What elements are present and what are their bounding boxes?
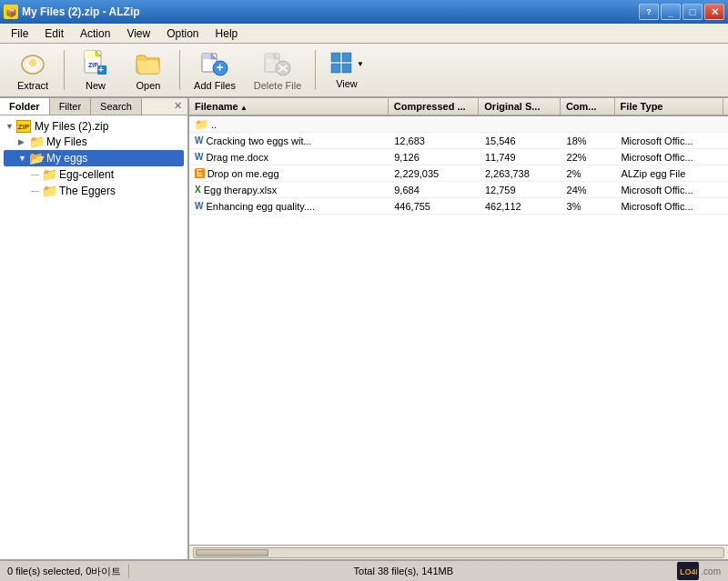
word-icon-1: W bbox=[195, 135, 203, 145]
file-cell-3-name: E Drop on me.egg bbox=[189, 167, 389, 180]
expand-icon[interactable]: ▼ bbox=[5, 122, 15, 131]
titlebar: 📦 My Files (2).zip - ALZip ? _ □ ✕ bbox=[0, 0, 728, 24]
file-cell-2-ratio: 22% bbox=[561, 151, 616, 164]
delete-file-button[interactable]: Delete File bbox=[246, 46, 309, 94]
col-header-original[interactable]: Original S... bbox=[479, 98, 561, 115]
col-header-filename[interactable]: Filename bbox=[189, 98, 389, 115]
file-cell-5-mod: 2010-03-10 PM 13:3 bbox=[724, 200, 728, 213]
tab-filter[interactable]: Filter bbox=[50, 98, 91, 115]
file-row-5[interactable]: W Enhancing egg quality.... 446,755 462,… bbox=[189, 198, 728, 215]
file-cell-1-type: Microsoft Offic... bbox=[615, 135, 724, 147]
file-list-body[interactable]: 📁 .. W Cracking two eggs wit... 12,683 1… bbox=[189, 116, 728, 545]
scrollbar-thumb[interactable] bbox=[196, 549, 268, 556]
open-button[interactable]: Open bbox=[123, 46, 174, 94]
view-dropdown-arrow: ▼ bbox=[357, 60, 364, 68]
menu-view[interactable]: View bbox=[119, 25, 157, 42]
titlebar-left: 📦 My Files (2).zip - ALZip bbox=[4, 5, 140, 19]
menu-edit[interactable]: Edit bbox=[37, 25, 71, 42]
toolbar-separator-3 bbox=[315, 50, 316, 90]
expand-icon-eggcellent[interactable]: — bbox=[31, 170, 40, 179]
tab-folder[interactable]: Folder bbox=[0, 98, 50, 115]
statusbar: 0 file(s) selected, 0바이트 Total 38 file(s… bbox=[0, 559, 728, 581]
add-files-icon: + bbox=[200, 49, 229, 78]
help-btn[interactable]: ? bbox=[639, 4, 659, 20]
tab-search[interactable]: Search bbox=[91, 98, 142, 115]
menu-option[interactable]: Option bbox=[159, 25, 206, 42]
open-label: Open bbox=[136, 80, 161, 91]
menu-help[interactable]: Help bbox=[208, 25, 246, 42]
toolbar-separator-2 bbox=[179, 50, 180, 90]
left-panel: Folder Filter Search ✕ ▼ ZIP My Files (2… bbox=[0, 98, 189, 559]
file-cell-4-orig: 12,759 bbox=[480, 184, 561, 196]
view-icon bbox=[329, 51, 355, 76]
file-cell-3-mod: 2010-04-06 PM 13:1 bbox=[724, 167, 728, 180]
tree-item-zip[interactable]: ▼ ZIP My Files (2).zip bbox=[4, 119, 184, 134]
expand-icon-eggers[interactable]: — bbox=[31, 186, 40, 195]
window-title: My Files (2).zip - ALZip bbox=[22, 5, 140, 18]
tree-item-eggers[interactable]: — 📁 The Eggers bbox=[4, 183, 184, 199]
col-header-ratio[interactable]: Com... bbox=[561, 98, 615, 115]
svg-rect-9 bbox=[202, 54, 211, 59]
file-row-1[interactable]: W Cracking two eggs wit... 12,683 15,546… bbox=[189, 133, 728, 149]
horizontal-scrollbar[interactable] bbox=[189, 545, 728, 559]
file-cell-1-name: W Cracking two eggs wit... bbox=[189, 135, 389, 147]
file-cell-5-name: W Enhancing egg quality.... bbox=[189, 200, 389, 213]
open-icon bbox=[134, 49, 163, 78]
file-cell-parent-comp bbox=[389, 124, 480, 125]
col-header-compressed[interactable]: Compressed ... bbox=[389, 98, 480, 115]
tree-label-eggcellent: Egg-cellent bbox=[59, 168, 114, 181]
svg-rect-17 bbox=[331, 53, 340, 62]
file-cell-3-type: ALZip egg File bbox=[615, 167, 724, 180]
file-cell-2-name: W Drag me.docx bbox=[189, 151, 389, 164]
menu-action[interactable]: Action bbox=[73, 25, 117, 42]
file-cell-5-ratio: 3% bbox=[561, 200, 616, 213]
close-btn[interactable]: ✕ bbox=[704, 4, 724, 20]
toolbar: Extract ZIP + New Open bbox=[0, 44, 728, 98]
parent-dir-icon: 📁 bbox=[195, 118, 208, 131]
view-button[interactable]: ▼ View bbox=[321, 46, 372, 94]
file-cell-3-comp: 2,229,035 bbox=[389, 167, 480, 180]
file-row-2[interactable]: W Drag me.docx 9,126 11,749 22% Microsof… bbox=[189, 149, 728, 165]
file-row-3[interactable]: E Drop on me.egg 2,229,035 2,263,738 2% … bbox=[189, 165, 728, 182]
window-controls[interactable]: ? _ □ ✕ bbox=[639, 4, 724, 20]
file-cell-parent-type bbox=[615, 124, 724, 125]
delete-file-icon bbox=[263, 49, 292, 78]
tree-item-eggcellent[interactable]: — 📁 Egg-cellent bbox=[4, 166, 184, 183]
panel-close-btn[interactable]: ✕ bbox=[168, 98, 187, 115]
col-header-modified[interactable]: Modified Date bbox=[723, 98, 728, 115]
word-icon-2: W bbox=[195, 152, 203, 162]
extract-icon bbox=[18, 49, 47, 78]
add-files-button[interactable]: + Add Files bbox=[186, 46, 244, 94]
folder-icon-eggers: 📁 bbox=[42, 184, 57, 198]
scrollbar-track[interactable] bbox=[193, 547, 724, 558]
expand-icon-myfiles[interactable]: ▶ bbox=[18, 137, 27, 146]
file-cell-4-name: X Egg therapy.xlsx bbox=[189, 184, 389, 196]
file-list-header: Filename Compressed ... Original S... Co… bbox=[189, 98, 728, 116]
panel-tabs: Folder Filter Search ✕ bbox=[0, 98, 187, 115]
main-area: Folder Filter Search ✕ ▼ ZIP My Files (2… bbox=[0, 98, 728, 559]
svg-rect-18 bbox=[342, 53, 351, 62]
menu-file[interactable]: File bbox=[4, 25, 35, 42]
status-selected: 0 file(s) selected, 0바이트 bbox=[7, 565, 129, 578]
folder-icon-myfiles: 📁 bbox=[29, 135, 45, 149]
file-cell-2-comp: 9,126 bbox=[389, 151, 480, 164]
file-cell-parent-ratio bbox=[561, 124, 616, 125]
svg-rect-20 bbox=[342, 64, 351, 73]
tree-item-myeggs[interactable]: ▼ 📂 My eggs bbox=[4, 150, 184, 166]
folder-icon-myeggs: 📂 bbox=[29, 151, 45, 165]
word-icon-3: W bbox=[195, 201, 203, 211]
maximize-btn[interactable]: □ bbox=[682, 4, 703, 20]
col-header-filetype[interactable]: File Type bbox=[615, 98, 723, 115]
zip-icon: ZIP bbox=[16, 120, 31, 133]
tree-label-eggers: The Eggers bbox=[59, 185, 116, 197]
minimize-btn[interactable]: _ bbox=[661, 4, 681, 20]
expand-icon-myeggs[interactable]: ▼ bbox=[18, 154, 27, 163]
extract-button[interactable]: Extract bbox=[7, 46, 58, 94]
file-row-4[interactable]: X Egg therapy.xlsx 9,684 12,759 24% Micr… bbox=[189, 182, 728, 198]
folder-icon-eggcellent: 📁 bbox=[42, 167, 57, 182]
tree-item-myfiles[interactable]: ▶ 📁 My Files bbox=[4, 134, 184, 150]
file-cell-parent-mod bbox=[724, 124, 728, 125]
file-row-parent[interactable]: 📁 .. bbox=[189, 116, 728, 133]
new-button[interactable]: ZIP + New bbox=[70, 46, 121, 94]
folder-tree: ▼ ZIP My Files (2).zip ▶ 📁 My Files ▼ 📂 … bbox=[0, 115, 187, 559]
